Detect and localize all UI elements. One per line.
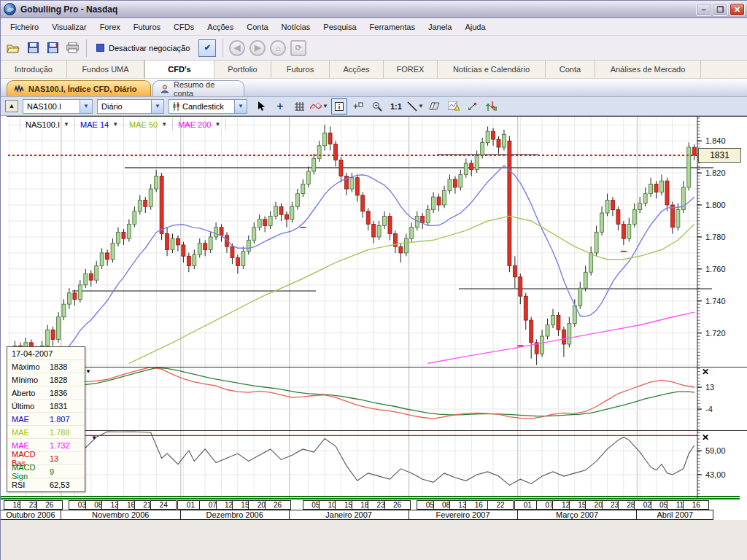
chevron-down-icon[interactable]: ▼ — [322, 103, 328, 109]
chevron-down-icon[interactable]: ▼ — [161, 121, 167, 128]
menu-visualizar[interactable]: Visualizar — [45, 20, 93, 34]
tab-chart-label: NAS100.I, Índice CFD, Diário — [28, 85, 137, 93]
restore-button[interactable]: ❐ — [713, 3, 728, 16]
draw-line-button[interactable]: ▼ — [407, 98, 424, 114]
legend-item-mae-200[interactable]: MAE 200▼ — [173, 118, 226, 131]
print-button[interactable] — [63, 39, 82, 58]
chevron-down-icon[interactable]: ▼ — [418, 103, 424, 109]
menu-ajuda[interactable]: Ajuda — [458, 20, 492, 34]
legend-label: MAE 200 — [178, 120, 211, 129]
svg-text:1.760: 1.760 — [705, 265, 726, 273]
main-tab-forex[interactable]: FOREX — [384, 61, 438, 78]
main-tab-futuros[interactable]: Futuros — [271, 61, 330, 78]
eraser-button[interactable] — [427, 98, 443, 114]
main-tab-conta[interactable]: Conta — [546, 61, 595, 78]
main-tab-not-cias-e-calend-rio[interactable]: Notícias e Calendário — [438, 61, 546, 78]
refresh-button[interactable]: ⟳ — [290, 40, 306, 56]
main-tab-ac-es[interactable]: Acções — [330, 61, 384, 78]
save-as-icon: ? — [47, 42, 58, 53]
tooltip-label: RSI — [12, 481, 50, 489]
line-tool-icon — [407, 101, 417, 112]
close-rsi-pane-button[interactable]: ✕ — [700, 433, 711, 443]
main-tab-cfd-s[interactable]: CFD's — [144, 61, 214, 78]
menu-notícias[interactable]: Notícias — [275, 20, 317, 34]
crosshair-tool-button[interactable]: + — [272, 98, 288, 114]
buy-sell-signals-button[interactable] — [484, 98, 500, 114]
tooltip-row-m-ximo: Máximo1838 — [7, 360, 85, 373]
month-dezembro-2006: Dezembro 2006 — [181, 510, 290, 519]
chevron-down-icon[interactable]: ▼ — [63, 121, 69, 128]
save-button[interactable] — [23, 39, 42, 58]
forward-button[interactable]: ▶ — [249, 40, 266, 56]
svg-text:43,00: 43,00 — [705, 470, 726, 479]
tooltip-label: MAE — [12, 415, 50, 424]
symbol-combobox[interactable]: NAS100.I ▼ — [23, 99, 93, 114]
tooltip-value: 13 — [50, 454, 80, 463]
main-tab-introdu-o[interactable]: Introdução — [1, 61, 67, 78]
alerts-button[interactable] — [446, 98, 462, 114]
period-combobox[interactable]: Diário ▼ — [97, 99, 164, 114]
tab-account-summary[interactable]: Resumo de conta — [152, 80, 244, 96]
disable-trading-toggle[interactable]: Desactivar negociação — [90, 39, 196, 58]
save-as-button[interactable]: ? — [43, 39, 62, 58]
chevron-down-icon[interactable]: ▼ — [214, 121, 220, 128]
day-tick-16: 16 — [683, 500, 709, 510]
chart-type-combobox[interactable]: Candlestick ▼ — [169, 99, 247, 114]
month-abril-2007: Abril 2007 — [638, 510, 714, 519]
tab-chart-nas100[interactable]: NAS100.I, Índice CFD, Diário — [7, 80, 151, 96]
open-file-button[interactable] — [4, 39, 23, 58]
day-tick-26: 26 — [384, 500, 411, 510]
close-macd-pane-button[interactable]: ✕ — [700, 368, 711, 378]
zoom-button[interactable]: + — [369, 98, 385, 114]
menu-conta[interactable]: Conta — [240, 20, 274, 34]
confirm-orders-button[interactable]: ✔ — [198, 39, 216, 57]
app-logo-icon — [4, 3, 16, 15]
home-button[interactable]: ⌂ — [270, 40, 286, 56]
chart-area[interactable]: 1.8401.8201.8001.7801.7601.7401.72013-45… — [1, 116, 747, 498]
pointer-tool-button[interactable] — [253, 98, 269, 114]
grid-toggle-button[interactable] — [291, 98, 307, 114]
tooltip-label: MACD Sign — [12, 463, 50, 481]
axis-green-line — [1, 498, 740, 499]
collapse-toolbar-button[interactable]: ▲ — [5, 100, 18, 112]
measure-button[interactable] — [465, 98, 481, 114]
menu-forex[interactable]: Forex — [93, 20, 127, 34]
indicators-button[interactable]: ▼ — [310, 98, 328, 114]
price-chart-canvas[interactable]: 1.8401.8201.8001.7801.7601.7401.72013-45… — [1, 116, 747, 498]
legend-item-mae-14[interactable]: MAE 14▼ — [75, 118, 124, 131]
back-button[interactable]: ◀ — [229, 40, 245, 56]
add-pane-button[interactable]: + — [350, 98, 366, 114]
legend-item-nas100-i[interactable]: NAS100.I▼ — [20, 118, 75, 131]
tooltip-value: 1.788 — [50, 428, 80, 437]
svg-text:-4: -4 — [705, 405, 713, 413]
chevron-down-icon[interactable]: ▼ — [112, 121, 118, 128]
chevron-down-icon[interactable]: ▼ — [151, 100, 163, 113]
main-tab-an-lises-de-mercado[interactable]: Análises de Mercado — [595, 61, 701, 78]
tooltip-row-mae: MAE1.788 — [7, 426, 85, 439]
waveform-icon — [15, 85, 24, 93]
minimize-button[interactable]: – — [696, 3, 711, 16]
menu-cfds[interactable]: CFDs — [167, 20, 201, 34]
main-tab-fundos-uma[interactable]: Fundos UMA — [67, 61, 144, 78]
printer-icon — [66, 42, 79, 53]
tooltip-value: 1.807 — [50, 415, 80, 424]
chevron-down-icon[interactable]: ▼ — [80, 100, 92, 113]
menu-ficheiro[interactable]: Ficheiro — [4, 20, 45, 34]
one-to-one-button[interactable]: 1:1 — [388, 98, 404, 114]
chevron-down-icon[interactable]: ▼ — [234, 100, 247, 113]
person-icon — [160, 85, 169, 93]
svg-text:+: + — [374, 103, 377, 108]
info-tooltip-button[interactable]: i — [331, 98, 347, 114]
data-tooltip: 17-04-2007 Máximo1838Mínimo1828Aberto183… — [7, 346, 85, 492]
legend-item-mae-50[interactable]: MAE 50▼ — [124, 118, 173, 131]
month-outubro-2006: Outubro 2006 — [1, 510, 61, 519]
open-folder-icon — [7, 43, 20, 53]
menu-janela[interactable]: Janela — [422, 20, 458, 34]
menu-futuros[interactable]: Futuros — [127, 20, 167, 34]
menu-pesquisa[interactable]: Pesquisa — [317, 20, 363, 34]
close-button[interactable]: ✕ — [729, 3, 745, 16]
macd-pane-marker: ▼ — [85, 368, 91, 375]
menu-ferramentas[interactable]: Ferramentas — [363, 20, 422, 34]
main-tab-portfolio[interactable]: Portfolio — [214, 61, 271, 78]
menu-acções[interactable]: Acções — [201, 20, 240, 34]
